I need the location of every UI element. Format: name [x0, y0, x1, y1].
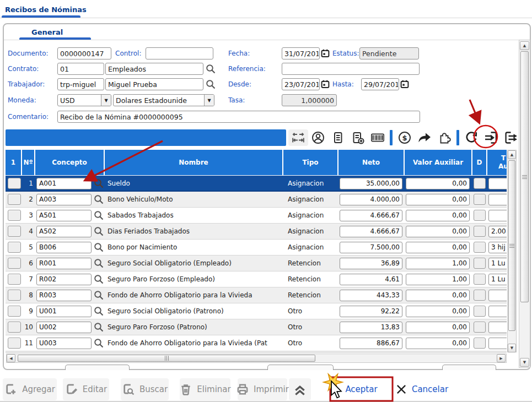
fecha-calendar-icon[interactable]	[321, 48, 331, 58]
texto-auxiliar-input[interactable]	[488, 306, 507, 317]
collapse-button[interactable]	[289, 378, 311, 400]
texto-auxiliar-input[interactable]: 1 Lu	[488, 258, 507, 269]
hasta-input[interactable]	[361, 78, 399, 90]
desde-input[interactable]	[282, 78, 320, 90]
referencia-input[interactable]	[282, 63, 420, 75]
valor-auxiliar-input[interactable]: 1,00	[406, 274, 470, 285]
row-selector-button[interactable]	[8, 226, 21, 237]
moneda-code-select[interactable]: USD ▼	[57, 94, 111, 106]
worker-icon[interactable]	[308, 129, 328, 146]
hidden-button-partial[interactable]	[65, 365, 130, 370]
row-selector-button[interactable]	[8, 306, 21, 317]
grid-row-R003[interactable]: 8R003Fondo de Ahorro Obligatorio para la…	[6, 287, 507, 303]
valor-auxiliar-input[interactable]: 0,00	[406, 322, 470, 333]
texto-auxiliar-input[interactable]: 2.00	[488, 226, 507, 237]
grid-row-B006[interactable]: 5B006Bono por NacimientoAsignacion7.500,…	[6, 240, 507, 256]
d-column-button[interactable]	[474, 322, 486, 333]
row-selector-button[interactable]	[8, 274, 21, 285]
currency-icon[interactable]: $	[395, 129, 415, 146]
barcode-icon[interactable]	[368, 129, 388, 146]
row-selector-button[interactable]	[8, 258, 21, 269]
d-column-button[interactable]	[474, 210, 486, 221]
aceptar-button[interactable]: Aceptar	[332, 378, 391, 400]
contrato-name-input[interactable]	[105, 63, 203, 75]
trabajador-code-input[interactable]	[57, 78, 104, 90]
grid-vertical-scrollbar[interactable]: ▲ ▼	[507, 150, 517, 352]
texto-auxiliar-input[interactable]	[488, 194, 507, 205]
grid-horizontal-scrollbar[interactable]: ◀ ▶	[6, 354, 507, 363]
row-selector-button[interactable]	[8, 290, 21, 301]
concepto-input[interactable]: U002	[36, 322, 92, 333]
concepto-search-icon[interactable]	[94, 178, 104, 188]
export-icon[interactable]	[501, 129, 521, 146]
d-column-button[interactable]	[474, 194, 486, 205]
hidden-button-partial[interactable]	[267, 365, 334, 370]
comentario-input[interactable]	[57, 111, 420, 123]
grid-column-header[interactable]: Valor Auxiliar	[405, 150, 472, 175]
valor-auxiliar-input[interactable]: 0,00	[406, 194, 470, 205]
valor-auxiliar-input[interactable]: 0,00	[406, 242, 470, 253]
d-column-button[interactable]	[474, 258, 486, 269]
grid-scroll-right-icon[interactable]: ▶	[497, 354, 506, 362]
trabajador-search-icon[interactable]	[206, 79, 216, 89]
neto-input[interactable]: 4.666,67	[340, 210, 402, 221]
concepto-search-icon[interactable]	[94, 242, 104, 252]
eliminar-button[interactable]: Eliminar	[180, 378, 230, 400]
texto-auxiliar-input[interactable]	[488, 338, 507, 349]
concepto-input[interactable]: A501	[36, 210, 92, 221]
d-column-button[interactable]	[474, 274, 486, 285]
trabajador-name-input[interactable]	[105, 78, 203, 90]
texto-auxiliar-input[interactable]	[488, 322, 507, 333]
concepto-search-icon[interactable]	[94, 338, 104, 348]
concepto-search-icon[interactable]	[94, 322, 104, 332]
concepto-input[interactable]: A502	[36, 226, 92, 237]
grid-scroll-left-icon[interactable]: ◀	[7, 354, 15, 362]
grid-scroll-up-icon[interactable]: ▲	[508, 150, 516, 159]
control-input[interactable]	[146, 47, 213, 59]
d-column-button[interactable]	[474, 226, 486, 237]
fit-columns-icon[interactable]	[288, 129, 308, 146]
valor-auxiliar-input[interactable]: 0,00	[406, 306, 470, 317]
concepto-input[interactable]: R002	[36, 274, 92, 285]
d-column-button[interactable]	[474, 242, 486, 253]
grid-column-header[interactable]: 1	[6, 150, 22, 175]
send-icon[interactable]	[415, 129, 434, 146]
valor-auxiliar-input[interactable]: 0,00	[406, 338, 470, 349]
concepto-search-icon[interactable]	[94, 226, 104, 236]
row-selector-button[interactable]	[8, 242, 21, 253]
grid-column-header[interactable]: Nombre	[105, 150, 283, 175]
concepto-search-icon[interactable]	[94, 210, 104, 220]
contrato-search-icon[interactable]	[206, 64, 216, 74]
neto-input[interactable]: 7.500,00	[340, 242, 402, 253]
row-selector-button[interactable]	[8, 194, 21, 205]
cancelar-button[interactable]: Cancelar	[395, 378, 449, 400]
grid-column-header[interactable]: TAu	[487, 150, 507, 175]
grid-column-header[interactable]: D	[472, 150, 487, 175]
grid-column-header[interactable]: Neto	[338, 150, 405, 175]
concepto-search-icon[interactable]	[94, 290, 104, 300]
d-column-button[interactable]	[474, 338, 486, 349]
texto-auxiliar-input[interactable]	[488, 290, 507, 301]
concepto-search-icon[interactable]	[94, 274, 104, 284]
editar-button[interactable]: Editar	[63, 378, 109, 400]
hasta-calendar-icon[interactable]	[400, 79, 410, 89]
grid-row-A502[interactable]: 4A502Dias Feriados TrabajadosAsignacion4…	[6, 224, 507, 240]
concepto-input[interactable]: A003	[36, 194, 92, 205]
add-document-icon[interactable]	[348, 129, 368, 146]
agregar-button[interactable]: Agregar	[3, 378, 57, 400]
concepto-input[interactable]: R001	[36, 258, 92, 269]
valor-auxiliar-input[interactable]: 0,00	[406, 290, 470, 301]
concepto-input[interactable]: U003	[36, 338, 92, 349]
neto-input[interactable]: 4.666,67	[340, 226, 402, 237]
grid-hscroll-thumb[interactable]	[18, 355, 315, 362]
concepto-input[interactable]: B006	[36, 242, 92, 253]
d-column-button[interactable]	[474, 306, 486, 317]
moneda-name-select[interactable]: Dolares Estadounide ▼	[113, 94, 214, 106]
grid-row-U003[interactable]: 11U003Fondo de Ahorro Obligatorio para l…	[6, 335, 507, 351]
row-selector-button[interactable]	[8, 210, 21, 221]
moneda-name-dropdown-icon[interactable]: ▼	[204, 95, 214, 106]
fecha-input[interactable]	[282, 47, 320, 59]
grid-row-A001[interactable]: 1A001SueldoAsignacion35.000,000,00	[6, 176, 507, 192]
concepto-search-icon[interactable]	[94, 194, 104, 204]
hidden-button-partial[interactable]	[442, 365, 496, 370]
